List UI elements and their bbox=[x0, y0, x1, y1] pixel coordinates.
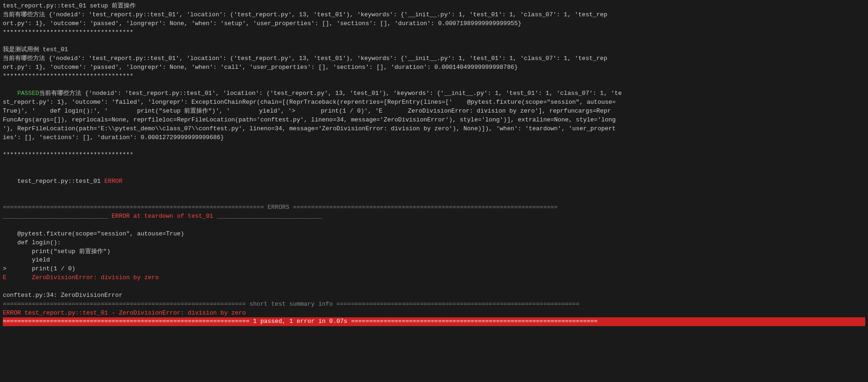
passed-label: PASSED bbox=[17, 90, 39, 97]
line-empty-5 bbox=[3, 282, 865, 291]
fixture-line-1: @pytest.fixture(scope="session", autouse… bbox=[3, 230, 865, 239]
fixture-line-4: yield bbox=[3, 256, 865, 265]
test-name: test_report.py::test_01 bbox=[17, 178, 104, 185]
line-2: 当前有哪些方法 {'nodeid': 'test_report.py::test… bbox=[3, 11, 865, 28]
line-11-error: test_report.py::test_01 ERROR bbox=[3, 168, 865, 195]
summary-separator: ========================================… bbox=[3, 300, 865, 309]
fixture-line-3: print("setup 前置操作") bbox=[3, 248, 865, 256]
line-empty-2 bbox=[3, 160, 865, 168]
terminal-output: test_report.py::test_01 setup 前置操作 当前有哪些… bbox=[0, 0, 868, 328]
line-7: ************************************ bbox=[3, 72, 865, 81]
bottom-bar: ========================================… bbox=[3, 317, 865, 326]
line-9: ************************************ bbox=[3, 151, 865, 160]
error-label: ERROR bbox=[104, 178, 122, 185]
line-empty-4 bbox=[3, 221, 865, 230]
error-summary: ERROR test_report.py::test_01 - ZeroDivi… bbox=[3, 309, 865, 318]
error-header: _____________________________ ERROR at t… bbox=[3, 212, 865, 221]
line-8-rest: 当前有哪些方法 {'nodeid': 'test_report.py::test… bbox=[3, 90, 622, 141]
fixture-line-6: E ZeroDivisionError: division by zero bbox=[3, 274, 865, 282]
line-empty-3 bbox=[3, 195, 865, 204]
fixture-line-2: def login(): bbox=[3, 239, 865, 248]
line-3: ************************************ bbox=[3, 28, 865, 37]
fixture-line-5: > print(1 / 0) bbox=[3, 265, 865, 274]
line-empty-1 bbox=[3, 37, 865, 46]
line-6: 当前有哪些方法 {'nodeid': 'test_report.py::test… bbox=[3, 54, 865, 72]
errors-separator: ========================================… bbox=[3, 203, 865, 212]
conftest-location: conftest.py:34: ZeroDivisionError bbox=[3, 291, 865, 300]
line-5: 我是测试用例 test_01 bbox=[3, 46, 865, 54]
line-8-passed: PASSED当前有哪些方法 {'nodeid': 'test_report.py… bbox=[3, 81, 865, 151]
line-1: test_report.py::test_01 setup 前置操作 bbox=[3, 2, 865, 11]
